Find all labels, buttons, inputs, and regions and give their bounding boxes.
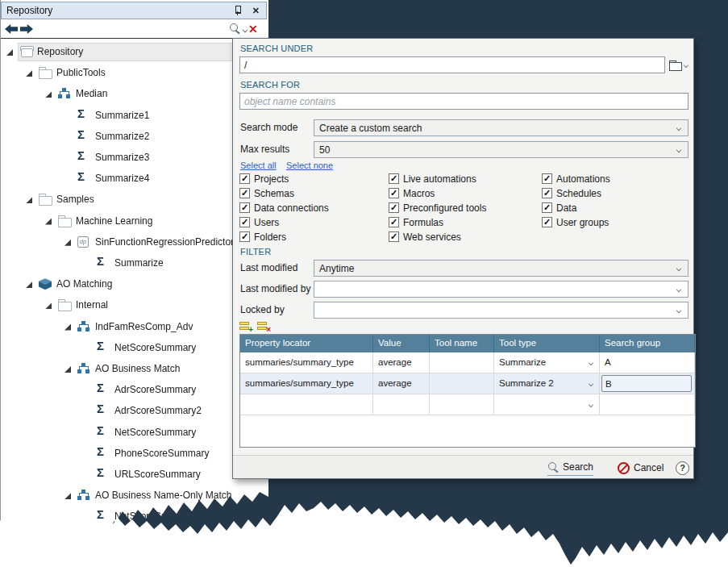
last-modified-by-select[interactable]: [314, 281, 688, 298]
checkbox-checked-icon[interactable]: ✓: [389, 202, 399, 213]
table-row[interactable]: summaries/summary_typeaverageSummarizeA: [240, 352, 695, 373]
tree-item-netscoresummary[interactable]: ΣNetScoreSummary: [0, 338, 268, 359]
select-none-link[interactable]: Select none: [286, 161, 333, 170]
expand-arrow-icon[interactable]: [26, 197, 32, 203]
cell-search_group[interactable]: A: [600, 352, 695, 373]
table-row[interactable]: [240, 394, 695, 415]
pin-icon[interactable]: [234, 5, 241, 16]
help-button[interactable]: ?: [676, 461, 689, 475]
tree-item-urlscoresummary[interactable]: ΣURLScoreSummary: [0, 465, 268, 486]
cell-value[interactable]: [373, 394, 430, 415]
checkbox-users[interactable]: ✓Users: [239, 216, 279, 228]
tree-item-summarize4[interactable]: ΣSummarize4: [0, 169, 268, 190]
tree-item-indfamrescomp-adv[interactable]: IndFamResComp_Adv: [0, 317, 268, 338]
search-under-input[interactable]: [239, 56, 665, 73]
cell-tool_name[interactable]: [430, 394, 494, 415]
cell-property_locator[interactable]: [240, 394, 373, 415]
checkbox-checked-icon[interactable]: ✓: [542, 188, 552, 198]
forward-arrow-icon[interactable]: [20, 24, 33, 34]
checkbox-schemas[interactable]: ✓Schemas: [239, 187, 294, 199]
checkbox-macros[interactable]: ✓Macros: [389, 187, 435, 199]
chevron-down-icon[interactable]: [589, 402, 593, 407]
expand-arrow-icon[interactable]: [64, 324, 71, 331]
locked-by-select[interactable]: [314, 302, 688, 319]
checkbox-checked-icon[interactable]: ✓: [239, 202, 250, 213]
table-row[interactable]: summaries/summary_typeaverageSummarize 2…: [240, 373, 695, 394]
close-icon[interactable]: ✕: [252, 6, 260, 15]
expand-arrow-icon[interactable]: [45, 91, 52, 98]
checkbox-live-automations[interactable]: ✓Live automations: [389, 173, 476, 185]
delete-row-button[interactable]: ×: [257, 321, 271, 332]
tree-item-sinfunctionregressionpredictor[interactable]: dpSinFunctionRegressionPredictor: [0, 232, 268, 253]
checkbox-data[interactable]: ✓Data: [542, 202, 576, 214]
checkbox-data-connections[interactable]: ✓Data connections: [239, 202, 329, 214]
checkbox-checked-icon[interactable]: ✓: [389, 188, 399, 198]
checkbox-projects[interactable]: ✓Projects: [239, 173, 289, 185]
checkbox-checked-icon[interactable]: ✓: [239, 188, 250, 198]
cell-search_group[interactable]: B: [600, 373, 695, 394]
expand-arrow-icon[interactable]: [26, 281, 32, 288]
tree-item-ao-business-match[interactable]: AO Business Match: [0, 359, 268, 380]
checkbox-checked-icon[interactable]: ✓: [239, 231, 250, 242]
clear-search-icon[interactable]: ✕: [248, 23, 258, 35]
search-icon[interactable]: [229, 23, 241, 35]
tree-item-machine-learning[interactable]: Machine Learning: [0, 211, 268, 232]
last-modified-select[interactable]: Anytime: [314, 260, 688, 277]
checkbox-preconfigured-tools[interactable]: ✓Preconfigured tools: [389, 202, 486, 214]
cell-tool_type[interactable]: Summarize: [494, 352, 600, 373]
column-header-tool-name[interactable]: Tool name: [430, 335, 494, 352]
column-header-property-locator[interactable]: Property locator: [240, 335, 373, 352]
cell-value[interactable]: average: [373, 373, 430, 394]
checkbox-formulas[interactable]: ✓Formulas: [389, 216, 443, 228]
checkbox-schedules[interactable]: ✓Schedules: [542, 187, 601, 199]
cell-tool_name[interactable]: [430, 352, 494, 373]
add-row-button[interactable]: +: [239, 321, 253, 332]
back-arrow-icon[interactable]: [5, 24, 18, 34]
tree-item-publictools[interactable]: PublicTools: [0, 63, 268, 84]
tree-item-phonescoresummary[interactable]: ΣPhoneScoreSummary: [0, 444, 268, 465]
checkbox-checked-icon[interactable]: ✓: [542, 173, 552, 184]
cell-property_locator[interactable]: summaries/summary_type: [240, 352, 373, 373]
checkbox-user-groups[interactable]: ✓User groups: [542, 216, 609, 228]
checkbox-checked-icon[interactable]: ✓: [542, 202, 552, 213]
chevron-down-icon[interactable]: [589, 361, 593, 365]
chevron-down-icon[interactable]: [589, 381, 593, 386]
expand-arrow-icon[interactable]: [45, 302, 52, 309]
tree-item-summarize3[interactable]: ΣSummarize3: [0, 148, 268, 169]
expand-arrow-icon[interactable]: [6, 49, 13, 56]
tree-item-internal[interactable]: Internal: [0, 295, 268, 316]
max-results-select[interactable]: 50: [314, 141, 688, 158]
tree-item-adrscoresummary2[interactable]: ΣAdrScoreSummary2: [0, 401, 268, 422]
search-for-input[interactable]: [239, 93, 688, 110]
checkbox-checked-icon[interactable]: ✓: [542, 217, 552, 227]
column-header-tool-type[interactable]: Tool type: [494, 335, 600, 352]
search-dropdown-chevron-icon[interactable]: [243, 27, 248, 33]
checkbox-folders[interactable]: ✓Folders: [239, 231, 286, 243]
expand-arrow-icon[interactable]: [64, 366, 71, 373]
cell-value[interactable]: average: [373, 352, 430, 373]
cell-search_group[interactable]: [600, 394, 695, 415]
expand-arrow-icon[interactable]: [45, 219, 52, 225]
checkbox-checked-icon[interactable]: ✓: [239, 217, 250, 227]
cell-property_locator[interactable]: summaries/summary_type: [240, 373, 373, 394]
tree-item-netscoresummary[interactable]: ΣNetScoreSummary: [0, 423, 268, 444]
checkbox-automations[interactable]: ✓Automations: [542, 173, 610, 185]
search-mode-select[interactable]: Create a custom search: [314, 119, 688, 136]
expand-arrow-icon[interactable]: [64, 493, 71, 499]
expand-arrow-icon[interactable]: [26, 70, 32, 77]
checkbox-web-services[interactable]: ✓Web services: [389, 231, 461, 243]
expand-arrow-icon[interactable]: [64, 240, 71, 246]
column-header-value[interactable]: Value: [373, 335, 430, 352]
cell-tool_type[interactable]: [494, 394, 600, 415]
checkbox-checked-icon[interactable]: ✓: [389, 231, 399, 242]
focused-cell-editor[interactable]: B: [601, 375, 692, 392]
tree-item-median[interactable]: Median: [0, 84, 268, 105]
search-button[interactable]: Search: [547, 460, 593, 476]
tree-item-samples[interactable]: Samples: [0, 190, 268, 211]
checkbox-checked-icon[interactable]: ✓: [389, 217, 399, 227]
tree-item-summarize1[interactable]: ΣSummarize1: [0, 106, 268, 127]
column-header-search-group[interactable]: Search group: [600, 335, 695, 352]
select-all-link[interactable]: Select all: [240, 161, 277, 170]
tree-item-adrscoresummary[interactable]: ΣAdrScoreSummary: [0, 380, 268, 401]
browse-folder-button[interactable]: [669, 56, 693, 74]
